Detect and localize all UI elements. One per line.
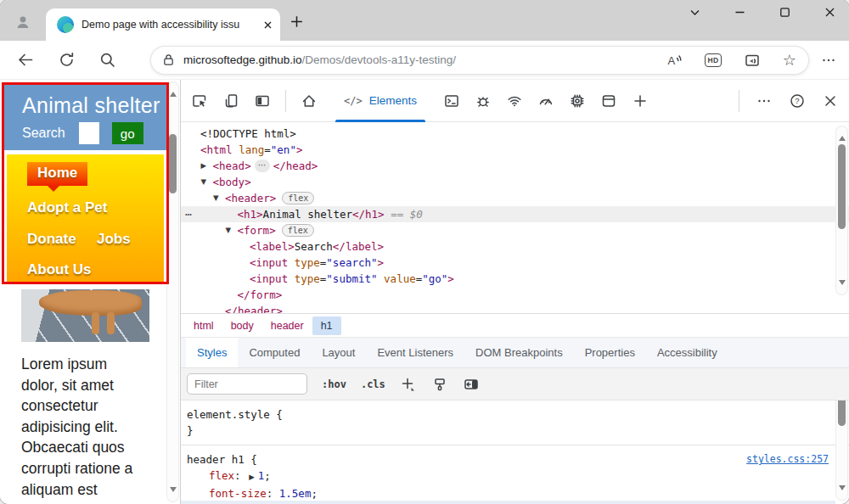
tab-event-listeners[interactable]: Event Listeners (366, 338, 464, 368)
application-button[interactable] (600, 92, 617, 109)
profile-avatar[interactable] (7, 8, 39, 36)
scroll-down-arrow[interactable] (839, 280, 846, 288)
breadcrumb-body[interactable]: body (222, 316, 262, 335)
header-h1-rule[interactable]: header h1 { styles.css:257 flex: ▶1;font… (181, 445, 849, 504)
expand-arrow-icon[interactable]: ▼ (226, 222, 232, 238)
refresh-button[interactable] (58, 51, 76, 69)
dom-tree-scrollbar[interactable] (835, 126, 848, 295)
expand-value-icon[interactable]: ▶ (249, 473, 255, 481)
scroll-down-arrow[interactable] (839, 485, 846, 494)
toolbar-separator (285, 90, 286, 112)
tab-computed[interactable]: Computed (238, 338, 311, 368)
expand-arrow-icon[interactable]: ▶ (201, 158, 207, 174)
nav-link-about-us[interactable]: About Us (27, 261, 92, 278)
dom-tree-line[interactable]: ⋯<h1>Animal shelter</h1> == $0 (181, 206, 849, 222)
tab-elements[interactable]: </> Elements (332, 80, 429, 122)
breadcrumb-html[interactable]: html (185, 316, 222, 335)
flex-badge[interactable]: flex (282, 192, 314, 204)
url-bar[interactable]: microsoftedge.github.io/Demos/devtools-a… (151, 47, 808, 74)
styles-scrollbar[interactable] (835, 400, 848, 501)
devtools-more-button[interactable] (756, 92, 773, 109)
code-icon: </> (344, 95, 363, 107)
read-aloud-button[interactable]: A (666, 52, 683, 69)
breadcrumb-h1[interactable]: h1 (312, 316, 341, 335)
nav-link-adopt-a-pet[interactable]: Adopt a Pet (27, 199, 107, 216)
node-more-actions-icon[interactable]: ⋯ (185, 206, 193, 222)
tab-close-button[interactable] (262, 20, 273, 31)
rendering-brush-button[interactable] (431, 376, 448, 393)
favorites-star-icon[interactable]: ☆ (783, 53, 796, 68)
tab-layout[interactable]: Layout (311, 338, 366, 368)
expand-arrow-icon[interactable]: ▼ (213, 190, 219, 206)
maximize-button[interactable] (779, 7, 790, 18)
css-declaration[interactable]: flex: ▶1; (187, 468, 849, 485)
dom-tree-line[interactable]: </header> (181, 303, 849, 313)
element-style-rule[interactable]: element.style { } (181, 400, 849, 445)
code-token: </form> (238, 288, 283, 301)
tab-dom-breakpoints[interactable]: DOM Breakpoints (464, 338, 574, 368)
go-button[interactable]: go (112, 122, 143, 144)
code-token: > (378, 256, 385, 269)
dom-tree-line[interactable]: </form> (181, 287, 849, 303)
computed-sidebar-toggle-button[interactable] (463, 376, 480, 393)
browser-settings-button[interactable] (820, 52, 837, 69)
dom-tree-line[interactable]: ▼<header>flex (181, 190, 849, 206)
back-button[interactable] (17, 51, 35, 69)
performance-button[interactable] (537, 92, 554, 109)
memory-button[interactable] (569, 92, 586, 109)
browser-tab[interactable]: Demo page with accessibility issu (46, 8, 280, 41)
minimize-button[interactable] (734, 7, 745, 18)
devtools-home-button[interactable] (301, 92, 318, 109)
scrollbar-thumb[interactable] (838, 400, 846, 426)
hd-media-button[interactable]: HD (705, 53, 722, 67)
dom-tree-line[interactable]: ▼<form>flex (181, 222, 849, 238)
dom-tree-line[interactable]: <input type="submit" value="go"> (181, 271, 849, 287)
dock-side-button[interactable] (254, 92, 271, 109)
new-style-rule-button[interactable] (400, 376, 417, 393)
nav-link-home[interactable]: Home (27, 162, 87, 186)
nav-link-donate[interactable]: Donate (27, 231, 76, 248)
cat-leg-shape (107, 312, 115, 334)
console-button[interactable] (443, 92, 460, 109)
flex-badge[interactable]: flex (282, 224, 314, 237)
inspect-tool-button[interactable] (191, 92, 208, 109)
toggle-class-button[interactable]: .cls (361, 378, 385, 390)
nav-link-jobs[interactable]: Jobs (97, 231, 131, 248)
dom-tree-line[interactable]: <!DOCTYPE html> (181, 126, 849, 142)
search-button[interactable] (98, 51, 116, 69)
scroll-up-arrow[interactable] (170, 88, 177, 97)
dom-tree-line[interactable]: <label>Search</label> (181, 238, 849, 255)
tab-styles[interactable]: Styles (186, 338, 238, 368)
scrollbar-thumb[interactable] (169, 134, 177, 193)
page-scrollbar[interactable] (166, 81, 179, 502)
scroll-down-arrow[interactable] (170, 487, 177, 496)
dom-tree-line[interactable]: ▼<body> (181, 174, 849, 190)
styles-filter-input[interactable] (187, 373, 307, 395)
scrollbar-thumb[interactable] (838, 144, 846, 229)
site-search-input[interactable] (79, 122, 99, 144)
devtools-close-button[interactable] (822, 92, 839, 109)
browser-dropdown-button[interactable] (689, 7, 700, 18)
device-emulation-button[interactable] (222, 92, 239, 109)
edge-logo-icon (57, 16, 74, 33)
tab-properties[interactable]: Properties (574, 338, 646, 368)
css-declaration[interactable]: font-size: 1.5em; (187, 485, 849, 501)
breadcrumb-header[interactable]: header (262, 316, 312, 335)
dom-tree-line[interactable]: <input type="search"> (181, 255, 849, 271)
toggle-hover-state-button[interactable]: :hov (322, 378, 346, 390)
immersive-reader-button[interactable] (744, 52, 761, 69)
new-tab-button[interactable] (290, 15, 303, 28)
stylesheet-source-link[interactable]: styles.css:257 (746, 451, 829, 468)
scroll-up-arrow[interactable] (839, 132, 846, 141)
dom-tree-line[interactable]: ▶<head>⋯</head> (181, 158, 849, 174)
devtools-toolbar-right: ? (739, 90, 839, 112)
more-tools-button[interactable] (632, 92, 649, 109)
devtools-help-button[interactable]: ? (789, 92, 806, 109)
collapsed-ellipsis-button[interactable]: ⋯ (255, 160, 270, 172)
tab-accessibility[interactable]: Accessibility (646, 338, 728, 368)
issues-button[interactable] (475, 92, 492, 109)
network-button[interactable] (506, 92, 523, 109)
close-window-button[interactable] (824, 7, 835, 18)
dom-tree-line[interactable]: <html lang="en"> (181, 142, 849, 158)
expand-arrow-icon[interactable]: ▼ (201, 174, 207, 190)
